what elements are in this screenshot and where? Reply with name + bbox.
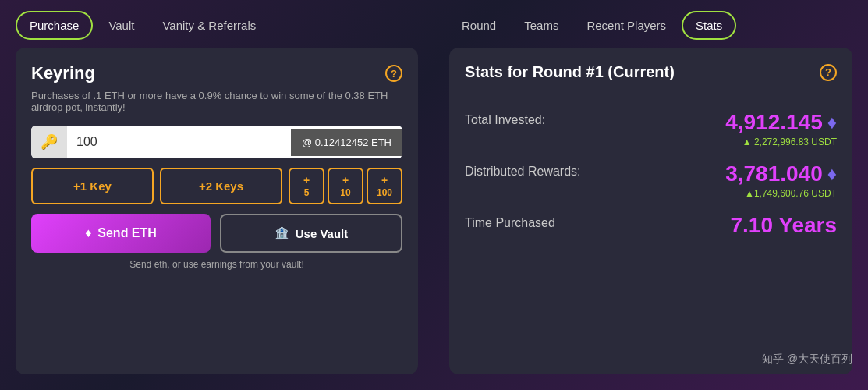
left-panel: Purchase Vault Vanity & Referrals Keyrin…	[0, 0, 434, 390]
send-eth-label: Send ETH	[97, 226, 157, 240]
right-nav-tabs: Round Teams Recent Players Stats	[449, 0, 852, 48]
total-invested-main: 4,912.145 ♦	[725, 110, 837, 135]
eth-diamond-2: ♦	[827, 163, 837, 185]
eth-icon: ♦	[85, 226, 91, 240]
action-button-row: ♦ Send ETH 🏦 Use Vault	[31, 214, 402, 253]
tab-purchase[interactable]: Purchase	[16, 11, 93, 40]
distributed-rewards-sub: ▲1,749,600.76 USDT	[725, 188, 837, 199]
key-button-row: +1 Key +2 Keys + 5 + 10 + 100	[31, 168, 402, 204]
total-invested-label: Total Invested:	[465, 110, 545, 127]
tab-stats[interactable]: Stats	[682, 11, 736, 40]
card-title: Keyring	[31, 63, 95, 83]
time-purchased-value-group: 7.10 Years	[730, 213, 837, 238]
stats-divider	[465, 97, 837, 98]
plus10-num: 10	[340, 187, 350, 198]
vault-icon: 🏦	[275, 226, 289, 240]
key-quantity-input[interactable]	[67, 127, 291, 157]
plus100-button[interactable]: + 100	[367, 168, 402, 204]
action-hint: Send eth, or use earnings from your vaul…	[31, 259, 402, 270]
total-invested-amount: 4,912.145	[725, 110, 823, 135]
time-purchased-label: Time Purchased	[465, 213, 555, 230]
use-vault-button[interactable]: 🏦 Use Vault	[220, 214, 402, 253]
plus5-label: +	[303, 174, 310, 187]
tab-vanity[interactable]: Vanity & Referrals	[150, 12, 268, 38]
key-icon: 🔑	[31, 126, 67, 158]
distributed-rewards-amount: 3,781.040	[725, 161, 823, 186]
plus100-label: +	[381, 174, 388, 187]
tab-round[interactable]: Round	[449, 12, 508, 38]
plus1-key-button[interactable]: +1 Key	[31, 168, 154, 204]
help-icon[interactable]: ?	[385, 65, 402, 82]
stats-card: Stats for Round #1 (Current) ? Total Inv…	[449, 48, 852, 374]
tab-recent-players[interactable]: Recent Players	[574, 12, 678, 38]
total-invested-value-group: 4,912.145 ♦ ▲ 2,272,996.83 USDT	[725, 110, 837, 147]
stat-distributed-rewards: Distributed Rewards: 3,781.040 ♦ ▲1,749,…	[465, 161, 837, 199]
card-subtitle: Purchases of .1 ETH or more have a 0.9% …	[31, 90, 402, 113]
plus100-num: 100	[377, 187, 392, 198]
tab-teams[interactable]: Teams	[512, 12, 571, 38]
stats-title-row: Stats for Round #1 (Current) ?	[465, 63, 837, 81]
time-purchased-value: 7.10 Years	[730, 213, 837, 238]
right-panel: Round Teams Recent Players Stats Stats f…	[434, 0, 868, 390]
eth-rate-label: @ 0.12412452 ETH	[291, 129, 402, 156]
distributed-rewards-label: Distributed Rewards:	[465, 161, 581, 179]
plus5-button[interactable]: + 5	[289, 168, 324, 204]
send-eth-button[interactable]: ♦ Send ETH	[31, 214, 211, 253]
card-title-row: Keyring ?	[31, 63, 402, 83]
up-arrow-2: ▲1,749,600.76 USDT	[745, 188, 837, 199]
stats-help-icon[interactable]: ?	[820, 64, 837, 81]
use-vault-label: Use Vault	[296, 227, 349, 240]
left-nav-tabs: Purchase Vault Vanity & Referrals	[16, 0, 418, 48]
distributed-rewards-main: 3,781.040 ♦	[725, 161, 837, 186]
stat-time-purchased: Time Purchased 7.10 Years	[465, 213, 837, 238]
plus10-label: +	[342, 174, 349, 187]
eth-diamond-1: ♦	[827, 112, 837, 133]
tab-vault[interactable]: Vault	[96, 12, 147, 38]
plus5-num: 5	[304, 187, 310, 198]
keyring-card: Keyring ? Purchases of .1 ETH or more ha…	[16, 48, 418, 374]
plus2-key-button[interactable]: +2 Keys	[160, 168, 282, 204]
plus-group: + 5 + 10 + 100	[289, 168, 402, 204]
distributed-rewards-value-group: 3,781.040 ♦ ▲1,749,600.76 USDT	[725, 161, 837, 199]
stats-title: Stats for Round #1 (Current)	[465, 63, 675, 81]
plus10-button[interactable]: + 10	[328, 168, 363, 204]
key-input-row: 🔑 @ 0.12412452 ETH	[31, 126, 402, 158]
total-invested-sub: ▲ 2,272,996.83 USDT	[725, 136, 837, 147]
up-arrow-1: ▲ 2,272,996.83 USDT	[742, 136, 837, 147]
stat-total-invested: Total Invested: 4,912.145 ♦ ▲ 2,272,996.…	[465, 110, 837, 147]
